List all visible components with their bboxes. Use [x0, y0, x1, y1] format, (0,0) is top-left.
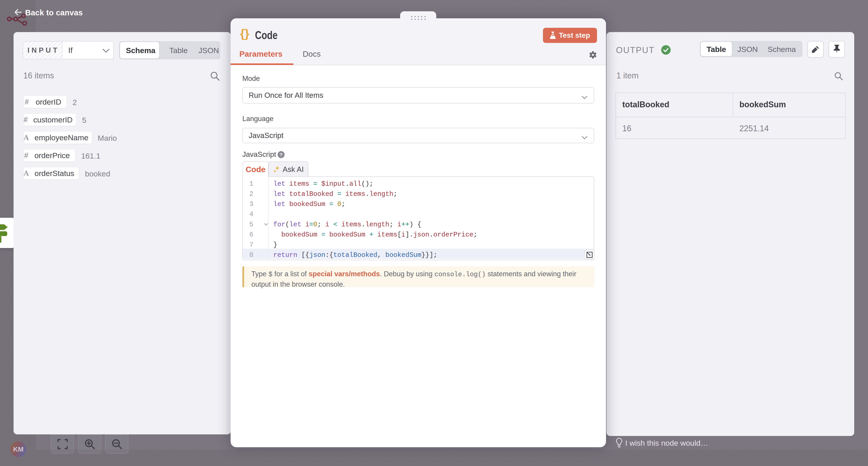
svg-text:?: ? [280, 152, 283, 157]
